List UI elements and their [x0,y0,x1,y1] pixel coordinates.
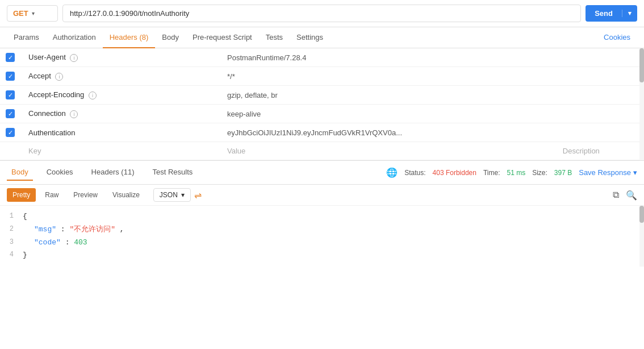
response-tab-bar: Body Cookies Headers (11) Test Results 🌐… [0,161,644,185]
save-response-chevron-icon: ▾ [633,168,637,177]
info-icon-4: i [70,110,78,118]
header-key-5: Authentication [28,128,75,137]
row-checkbox-2[interactable] [6,72,15,81]
table-row: Connection i keep-alive [0,105,644,123]
method-label: GET [13,9,28,18]
format-tab-preview[interactable]: Preview [68,188,103,202]
size-label: Size: [532,169,547,177]
json-value-msg: "不允许访问" [69,225,115,234]
json-key-msg: "msg" [34,225,56,234]
header-value-1: PostmanRuntime/7.28.4 [221,48,557,67]
table-row: Accept i */* [0,67,644,86]
tab-headers[interactable]: Headers (8) [103,27,156,48]
header-desc-3 [557,86,644,105]
row-checkbox-4[interactable] [6,109,15,118]
header-value-3: gzip, deflate, br [221,86,557,105]
wrap-icon[interactable]: ⇌ [194,190,202,201]
tab-tests[interactable]: Tests [259,27,290,48]
header-value-4: keep-alive [221,105,557,123]
time-value: 51 ms [507,169,525,177]
placeholder-key: Key [23,142,221,160]
header-value-5: eyJhbGciOiJIUzI1NiJ9.eyJncmFudGVkR1VrQXV… [221,123,557,142]
header-desc-1 [557,48,644,67]
json-brace-open: { [23,211,27,223]
response-scrollbar-track[interactable] [639,206,644,267]
json-key-code: "code" [34,238,61,247]
format-tab-raw[interactable]: Raw [39,188,64,202]
table-row: Accept-Encoding i gzip, deflate, br [0,86,644,105]
res-tab-cookies[interactable]: Cookies [42,164,78,181]
status-label: Status: [404,169,425,177]
placeholder-value: Value [221,142,557,160]
info-icon-2: i [55,73,63,81]
send-button[interactable]: Send ▾ [586,5,637,22]
format-tab-pretty[interactable]: Pretty [7,188,36,202]
tab-body[interactable]: Body [155,27,186,48]
format-bar: Pretty Raw Preview Visualize JSON ▾ ⇌ ⧉ … [0,185,644,206]
json-body-container: 1 { 2 "msg" : "不允许访问" , 3 "code" : 403 4… [0,206,644,267]
json-format-select[interactable]: JSON ▾ [153,188,191,202]
json-format-label: JSON [160,191,178,199]
header-desc-2 [557,67,644,86]
table-row: User-Agent i PostmanRuntime/7.28.4 [0,48,644,67]
tab-settings[interactable]: Settings [290,27,330,48]
placeholder-description: Description [557,142,644,160]
header-key-4: Connection [28,109,66,118]
json-body: 1 { 2 "msg" : "不允许访问" , 3 "code" : 403 4… [0,206,644,267]
header-key-1: User-Agent [28,53,66,61]
line-num-3: 3 [0,237,23,249]
scrollbar-track[interactable] [639,48,644,160]
json-format-chevron-icon: ▾ [181,191,185,199]
copy-icon[interactable]: ⧉ [613,190,619,201]
save-response-button[interactable]: Save Response ▾ [579,168,637,177]
tab-params[interactable]: Params [7,27,46,48]
header-key-3: Accept-Encoding [28,90,84,99]
size-value: 397 B [554,169,572,177]
header-desc-4 [557,105,644,123]
globe-icon: 🌐 [386,167,398,178]
headers-table-container: User-Agent i PostmanRuntime/7.28.4 Accep… [0,48,644,161]
status-info: 🌐 Status: 403 Forbidden Time: 51 ms Size… [386,167,637,178]
send-button-label: Send [586,9,622,18]
method-selector[interactable]: GET ▾ [7,5,58,22]
json-brace-close: } [23,250,27,261]
table-row: Authentication eyJhbGciOiJIUzI1NiJ9.eyJn… [0,123,644,142]
request-tab-bar: Params Authorization Headers (8) Body Pr… [0,27,644,48]
res-tab-testresults[interactable]: Test Results [148,164,197,181]
header-desc-5 [557,123,644,142]
json-line-4: 4 } [0,249,644,262]
format-bar-right: ⧉ 🔍 [613,190,637,201]
row-checkbox-1[interactable] [6,53,15,62]
format-tab-visualize[interactable]: Visualize [107,188,145,202]
time-label: Time: [483,169,500,177]
line-num-4: 4 [0,250,23,261]
top-bar: GET ▾ Send ▾ [0,0,644,27]
info-icon-1: i [70,54,78,62]
header-value-2: */* [221,67,557,86]
send-chevron-icon[interactable]: ▾ [622,10,637,17]
info-icon-3: i [89,92,97,99]
tab-prerequest[interactable]: Pre-request Script [186,27,259,48]
response-scrollbar-thumb[interactable] [639,206,644,223]
line-num-2: 2 [0,224,23,236]
row-checkbox-5[interactable] [6,128,15,137]
header-key-2: Accept [28,72,51,80]
tab-authorization[interactable]: Authorization [46,27,103,48]
method-chevron-icon: ▾ [32,10,35,16]
headers-table: User-Agent i PostmanRuntime/7.28.4 Accep… [0,48,644,160]
line-num-1: 1 [0,211,23,223]
scrollbar-thumb[interactable] [639,48,644,82]
row-checkbox-3[interactable] [6,90,15,99]
tab-cookies[interactable]: Cookies [597,27,637,48]
status-value: 403 Forbidden [433,169,476,177]
json-value-code: 403 [74,238,87,247]
res-tab-body[interactable]: Body [7,164,33,181]
json-line-1: 1 { [0,210,644,223]
url-input[interactable] [62,5,581,22]
res-tab-headers[interactable]: Headers (11) [87,164,139,181]
json-line-3: 3 "code" : 403 [0,236,644,250]
save-response-label: Save Response [579,168,631,177]
search-icon[interactable]: 🔍 [626,190,637,201]
json-line-2: 2 "msg" : "不允许访问" , [0,223,644,236]
placeholder-row: Key Value Description [0,142,644,160]
